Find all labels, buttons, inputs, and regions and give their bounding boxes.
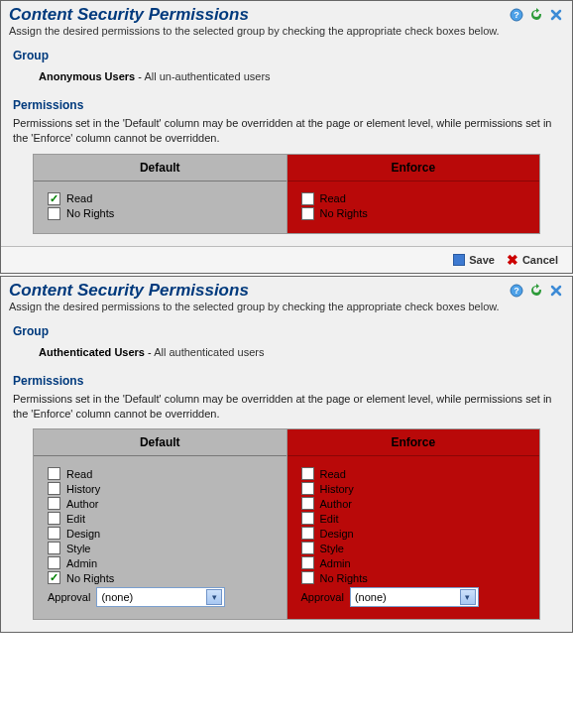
approval-row: Approval(none)▾: [48, 585, 273, 607]
permission-label: Edit: [66, 513, 85, 525]
help-icon[interactable]: ?: [509, 7, 524, 23]
permission-label: Admin: [320, 557, 351, 569]
enforce-column-header: Enforce: [287, 155, 540, 182]
permission-checkbox[interactable]: [48, 542, 60, 554]
default-column: DefaultReadNo Rights: [34, 155, 287, 233]
permission-label: Author: [66, 498, 98, 510]
permission-label: History: [320, 483, 354, 495]
approval-label: Approval: [48, 591, 90, 603]
group-heading: Group: [13, 324, 560, 338]
permission-checkbox[interactable]: [301, 556, 314, 569]
help-icon[interactable]: ?: [509, 283, 524, 299]
permission-checkbox[interactable]: [48, 527, 60, 540]
permissions-description: Permissions set in the 'Default' column …: [13, 116, 560, 146]
refresh-icon[interactable]: [528, 283, 544, 299]
group-line: Anonymous Users - All un-authenticated u…: [13, 66, 560, 92]
permission-checkbox[interactable]: [301, 512, 314, 525]
svg-text:?: ?: [514, 286, 519, 296]
approval-select[interactable]: (none)▾: [350, 587, 479, 607]
panel-title: Content Security Permissions: [9, 281, 509, 301]
group-separator: -: [135, 70, 144, 82]
permission-checkbox[interactable]: [301, 482, 314, 495]
permission-row: History: [48, 481, 273, 496]
default-column-header: Default: [34, 155, 286, 182]
default-column-header: Default: [34, 429, 286, 456]
permission-checkbox[interactable]: [301, 527, 314, 540]
permission-label: No Rights: [66, 572, 114, 584]
permission-row: Style: [301, 541, 526, 555]
permission-label: Read: [66, 192, 92, 204]
chevron-down-icon: ▾: [206, 589, 222, 605]
permission-checkbox[interactable]: [48, 192, 60, 205]
approval-label: Approval: [301, 591, 344, 603]
approval-select-value: (none): [355, 591, 387, 603]
permission-row: Edit: [48, 511, 273, 526]
enforce-column: EnforceReadHistoryAuthorEditDesignStyleA…: [287, 429, 540, 619]
permission-label: No Rights: [320, 207, 368, 219]
close-icon[interactable]: [548, 283, 564, 299]
permission-checkbox[interactable]: [301, 192, 314, 205]
permission-checkbox[interactable]: [301, 207, 314, 220]
group-line: Authenticated Users - All authenticated …: [13, 342, 560, 368]
permission-row: History: [301, 481, 526, 496]
permission-row: Author: [301, 496, 526, 511]
permission-row: Read: [301, 191, 526, 206]
permission-label: Design: [320, 528, 354, 540]
panel-title: Content Security Permissions: [9, 5, 509, 25]
group-name: Anonymous Users: [39, 70, 135, 82]
permission-label: Style: [66, 543, 90, 554]
enforce-column-header: Enforce: [287, 429, 540, 456]
permissions-table: DefaultReadNo RightsEnforceReadNo Rights: [33, 154, 540, 234]
permission-row: Read: [48, 191, 273, 206]
permission-row: Admin: [301, 555, 526, 570]
permission-checkbox[interactable]: [48, 482, 60, 495]
save-label: Save: [469, 254, 495, 266]
enforce-column: EnforceReadNo Rights: [287, 155, 540, 233]
permissions-heading: Permissions: [13, 98, 560, 112]
permission-checkbox[interactable]: [301, 542, 314, 554]
permission-row: Edit: [301, 511, 526, 526]
permission-row: No Rights: [48, 570, 273, 585]
permission-label: Read: [320, 192, 346, 204]
permission-label: Author: [320, 498, 352, 510]
approval-row: Approval(none)▾: [301, 585, 526, 607]
permission-label: Read: [66, 468, 92, 480]
group-description: All authenticated users: [154, 346, 264, 358]
permission-checkbox[interactable]: [48, 556, 60, 569]
permission-label: Admin: [66, 557, 97, 569]
permission-checkbox[interactable]: [301, 571, 314, 584]
permission-label: Style: [320, 543, 344, 554]
permission-checkbox[interactable]: [48, 207, 60, 220]
permission-label: No Rights: [66, 207, 114, 219]
chevron-down-icon: ▾: [460, 589, 476, 605]
group-separator: -: [145, 346, 154, 358]
permission-checkbox[interactable]: [48, 512, 60, 525]
permission-row: Design: [48, 526, 273, 541]
panel-subtitle: Assign the desired permissions to the se…: [1, 25, 572, 43]
permission-checkbox[interactable]: [48, 571, 60, 584]
cancel-label: Cancel: [522, 254, 558, 266]
save-button[interactable]: Save: [453, 253, 495, 267]
permission-row: Read: [301, 466, 526, 481]
permission-row: No Rights: [301, 570, 526, 585]
permission-row: Admin: [48, 555, 273, 570]
permission-checkbox[interactable]: [301, 467, 314, 480]
permission-checkbox[interactable]: [48, 497, 60, 510]
cancel-button[interactable]: ✖Cancel: [507, 253, 558, 267]
refresh-icon[interactable]: [528, 7, 544, 23]
permission-checkbox[interactable]: [48, 467, 60, 480]
panel-footer: Save✖Cancel: [1, 246, 572, 273]
panel-subtitle: Assign the desired permissions to the se…: [1, 301, 572, 318]
close-icon[interactable]: [548, 7, 564, 23]
permission-checkbox[interactable]: [301, 497, 314, 510]
cancel-icon: ✖: [507, 253, 518, 267]
default-column: DefaultReadHistoryAuthorEditDesignStyleA…: [34, 429, 287, 619]
permission-row: Design: [301, 526, 526, 541]
permission-row: Author: [48, 496, 273, 511]
approval-select[interactable]: (none)▾: [96, 587, 225, 607]
approval-select-value: (none): [101, 591, 133, 603]
permission-row: No Rights: [301, 206, 526, 221]
permission-row: Read: [48, 466, 273, 481]
permissions-table: DefaultReadHistoryAuthorEditDesignStyleA…: [33, 428, 540, 620]
save-icon: [453, 254, 465, 266]
